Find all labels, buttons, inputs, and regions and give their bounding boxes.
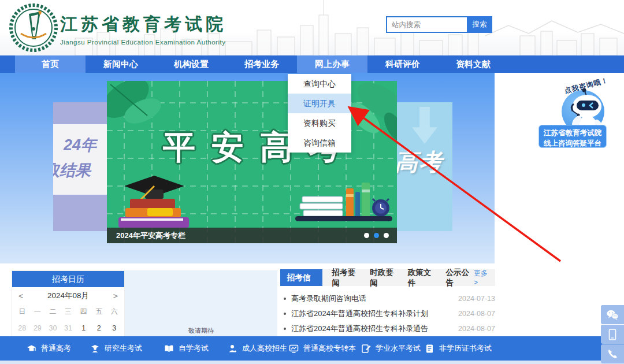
bottomnav-label: 普通高考: [41, 343, 71, 354]
pencil-paper-icon: [361, 344, 371, 354]
news-item[interactable]: 高考录取期间咨询电话 2024-07-13: [280, 291, 495, 306]
nav-item-exam-business[interactable]: 招考业务: [226, 55, 297, 73]
nav-item-news-center[interactable]: 新闻中心: [86, 55, 156, 73]
bottom-quicklinks-bar: 普通高考 研究生考试 自学考试 成人高校招生 普通高校专转本 学业水平考试 非学…: [0, 336, 624, 361]
tab-policy-files[interactable]: 政策文件: [408, 268, 436, 288]
more-link[interactable]: 更多 >: [474, 269, 492, 287]
search-input[interactable]: [386, 16, 467, 33]
bottomnav-academic-level[interactable]: 学业水平考试: [361, 336, 421, 361]
site-search: 搜索: [386, 16, 492, 33]
bottomnav-adult-admission[interactable]: 成人高校招生: [228, 336, 287, 361]
books-graduation-illustration: [113, 166, 199, 230]
prev-slide-line1: 24年: [53, 132, 107, 158]
carousel-caption: 2024年平安高考专栏: [116, 228, 185, 243]
phone-handset-icon: [607, 348, 618, 360]
calendar-date[interactable]: 2: [91, 322, 107, 335]
bottom-strip: [0, 361, 624, 364]
coming-soon-panel: 敬请期待: [125, 270, 277, 336]
bookshelf-clock-illustration: [291, 178, 395, 233]
nav-item-online-services[interactable]: 网上办事: [297, 55, 367, 73]
bullet-icon: [284, 328, 286, 330]
calendar-date-row: 28 29 30 31 1 2 3: [12, 322, 124, 338]
dropdown-item-certificate-issuance[interactable]: 证明开具: [288, 94, 351, 113]
weekday-fri: 五: [91, 304, 107, 318]
calendar-date[interactable]: 30: [45, 322, 61, 335]
prev-slide-line2: 取结果: [53, 158, 107, 183]
bullet-icon: [284, 298, 286, 300]
carousel-prev-slide: 24年 取结果: [53, 102, 107, 231]
calendar-month-label: 2024年08月: [29, 291, 107, 301]
wechat-icon: [606, 309, 619, 321]
bottomnav-label: 成人高校招生: [242, 343, 287, 354]
download-arrow-shape: [412, 107, 437, 144]
carousel-dot-1[interactable]: [364, 233, 369, 238]
person-icon: [228, 344, 237, 354]
carousel-dot-3[interactable]: [384, 233, 389, 238]
news-list: 高考录取期间咨询电话 2024-07-13 江苏省2024年普通高校招生专科补录…: [280, 291, 495, 336]
search-button[interactable]: 搜索: [467, 16, 492, 33]
nav-item-home[interactable]: 首页: [15, 55, 86, 73]
page: 江苏省教育考试院 Jiangsu Provincial Education Ex…: [0, 0, 624, 364]
site-title: 江苏省教育考试院: [60, 13, 226, 36]
wechat-button[interactable]: [601, 305, 624, 324]
dropdown-item-query-center[interactable]: 查询中心: [288, 74, 351, 94]
news-item-date: 2024-07-13: [458, 295, 495, 303]
calendar-date[interactable]: 31: [61, 322, 76, 335]
robot-consult-button[interactable]: 江苏省教育考试院 线上咨询答疑平台: [538, 125, 607, 148]
weekday-wed: 三: [61, 304, 76, 318]
tab-announcements[interactable]: 公示公告: [445, 268, 474, 288]
carousel-dot-2[interactable]: [374, 233, 379, 238]
coming-soon-text: 敬请期待: [125, 326, 277, 335]
bottomnav-label: 自学考试: [179, 343, 209, 354]
site-title-block: 江苏省教育考试院 Jiangsu Provincial Education Ex…: [60, 13, 226, 46]
bottomnav-transfer[interactable]: 普通高校专转本: [289, 336, 356, 361]
bottomnav-gaokao[interactable]: 普通高考: [27, 336, 71, 361]
bottomnav-self-study[interactable]: 自学考试: [164, 336, 209, 361]
carousel-next-slide: 高考: [397, 102, 452, 231]
dropdown-item-consult-mailbox[interactable]: 咨询信箱: [288, 133, 351, 153]
bottomnav-label: 普通高校专转本: [303, 343, 356, 354]
site-subtitle: Jiangsu Provincial Education Examination…: [60, 39, 226, 46]
mobile-phone-icon: [608, 329, 616, 340]
bottomnav-label: 研究生考试: [105, 343, 142, 354]
prev-slide-stamp: 24年 取结果: [53, 124, 107, 195]
calendar-date[interactable]: 3: [106, 322, 122, 335]
weekday-tue: 二: [45, 304, 61, 318]
dropdown-item-material-purchase[interactable]: 资料购买: [288, 113, 351, 133]
tab-exam-info[interactable]: 招考信息: [280, 269, 322, 286]
carousel-main-slide[interactable]: 平安高考: [107, 81, 397, 243]
bottomnav-label: 非学历证书考试: [439, 343, 492, 354]
nav-item-organization[interactable]: 机构设置: [156, 55, 226, 73]
exam-calendar: 招考日历 < 2024年08月 > 日 一 二 三 四 五 六 28 29 30…: [12, 270, 125, 339]
nav-item-research[interactable]: 科研评价: [367, 55, 438, 73]
site-logo: [9, 3, 58, 52]
news-item-date: 2024-08-07: [458, 325, 495, 333]
news-item[interactable]: 江苏省2024年普通高校招生专科补录计划 2024-08-07: [280, 306, 495, 321]
mobile-button[interactable]: [601, 325, 624, 344]
calendar-prev-icon[interactable]: <: [12, 291, 29, 300]
calendar-title: 招考日历: [12, 271, 124, 287]
site-header: 江苏省教育考试院 Jiangsu Provincial Education Ex…: [0, 0, 624, 55]
weekday-mon: 一: [30, 304, 46, 318]
bottomnav-postgraduate[interactable]: 研究生考试: [90, 336, 142, 361]
robot-button-line2: 线上咨询答疑平台: [539, 138, 606, 148]
bullet-icon: [284, 313, 286, 315]
news-item-title: 江苏省2024年普通高校招生专科补录通告: [291, 324, 428, 334]
tab-politics-news[interactable]: 时政要闻: [370, 268, 398, 288]
next-slide-text: 高考: [397, 146, 443, 178]
bottomnav-certificate[interactable]: 非学历证书考试: [425, 336, 492, 361]
online-services-dropdown: 查询中心 证明开具 资料购买 咨询信箱: [288, 74, 351, 153]
tab-exam-news[interactable]: 招考要闻: [332, 268, 361, 288]
calendar-next-icon[interactable]: >: [107, 291, 124, 300]
floating-contact-bar: [601, 305, 624, 364]
phone-button[interactable]: [601, 344, 624, 363]
calendar-date[interactable]: 29: [30, 322, 46, 335]
calendar-date[interactable]: 28: [14, 322, 30, 335]
chart-monitor-icon: [289, 344, 299, 354]
news-item[interactable]: 江苏省2024年普通高校招生专科补录通告 2024-08-07: [280, 321, 495, 336]
calendar-date[interactable]: 1: [76, 322, 91, 335]
slide-title: 平安高考: [107, 126, 397, 170]
nav-item-documents[interactable]: 资料文献: [438, 55, 508, 73]
open-book-icon: [164, 344, 174, 354]
weekday-sun: 日: [14, 304, 30, 318]
